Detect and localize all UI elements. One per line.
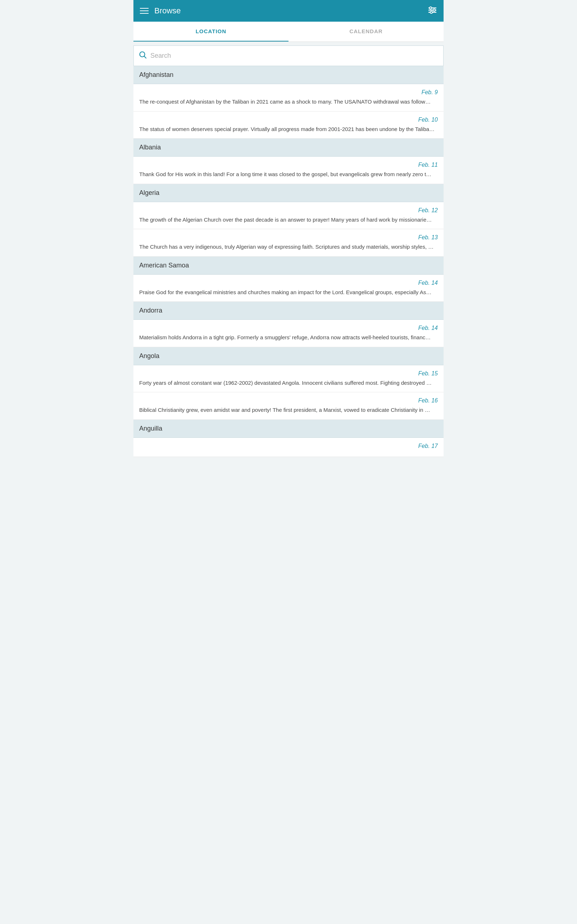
app-header: Browse <box>134 0 443 22</box>
list-item[interactable]: Feb. 9The re-conquest of Afghanistan by … <box>134 84 443 111</box>
svg-point-3 <box>429 7 432 9</box>
search-bar <box>134 45 443 66</box>
entry-text: The re-conquest of Afghanistan by the Ta… <box>139 98 438 106</box>
list-item[interactable]: Feb. 13The Church has a very indigenous,… <box>134 229 443 257</box>
list-item[interactable]: Feb. 15Forty years of almost constant wa… <box>134 365 443 393</box>
entry-text: The Church has a very indigenous, truly … <box>139 243 438 251</box>
country-header[interactable]: Afghanistan <box>134 66 443 84</box>
list-item[interactable]: Feb. 10The status of women deserves spec… <box>134 111 443 139</box>
entry-text: Praise God for the evangelical ministrie… <box>139 288 438 297</box>
country-header[interactable]: Algeria <box>134 184 443 202</box>
browse-list: AfghanistanFeb. 9The re-conquest of Afgh… <box>134 66 443 457</box>
tab-bar: LOCATION CALENDAR <box>134 22 443 42</box>
page-title: Browse <box>154 6 428 16</box>
search-input[interactable] <box>150 52 438 60</box>
entry-date: Feb. 9 <box>139 89 438 96</box>
filter-icon[interactable] <box>428 5 437 16</box>
entry-date: Feb. 17 <box>139 443 438 449</box>
list-item[interactable]: Feb. 12The growth of the Algerian Church… <box>134 202 443 229</box>
svg-line-7 <box>144 56 146 58</box>
country-header[interactable]: Albania <box>134 139 443 157</box>
entry-date: Feb. 15 <box>139 370 438 377</box>
tab-calendar[interactable]: CALENDAR <box>288 22 443 42</box>
entry-text: Forty years of almost constant war (1962… <box>139 379 438 387</box>
svg-point-5 <box>430 11 432 13</box>
entry-text: The status of women deserves special pra… <box>139 125 438 134</box>
entry-date: Feb. 11 <box>139 162 438 168</box>
entry-text: The growth of the Algerian Church over t… <box>139 216 438 224</box>
entry-date: Feb. 14 <box>139 325 438 331</box>
entry-date: Feb. 16 <box>139 397 438 404</box>
entry-text: Materialism holds Andorra in a tight gri… <box>139 333 438 342</box>
svg-point-4 <box>433 9 435 11</box>
list-item[interactable]: Feb. 14Materialism holds Andorra in a ti… <box>134 320 443 347</box>
entry-date: Feb. 12 <box>139 207 438 214</box>
entry-text: Biblical Christianity grew, even amidst … <box>139 406 438 414</box>
country-header[interactable]: Anguilla <box>134 420 443 438</box>
entry-date: Feb. 13 <box>139 234 438 241</box>
country-header[interactable]: Andorra <box>134 302 443 320</box>
tab-location[interactable]: LOCATION <box>134 22 288 42</box>
entry-date: Feb. 10 <box>139 116 438 123</box>
list-item[interactable]: Feb. 17 <box>134 438 443 457</box>
entry-text: Thank God for His work in this land! For… <box>139 170 438 179</box>
menu-icon[interactable] <box>140 8 148 14</box>
country-header[interactable]: American Samoa <box>134 257 443 275</box>
list-item[interactable]: Feb. 11Thank God for His work in this la… <box>134 157 443 184</box>
entry-date: Feb. 14 <box>139 280 438 286</box>
list-item[interactable]: Feb. 16Biblical Christianity grew, even … <box>134 393 443 420</box>
list-item[interactable]: Feb. 14Praise God for the evangelical mi… <box>134 275 443 302</box>
search-icon <box>139 51 147 61</box>
country-header[interactable]: Angola <box>134 347 443 365</box>
